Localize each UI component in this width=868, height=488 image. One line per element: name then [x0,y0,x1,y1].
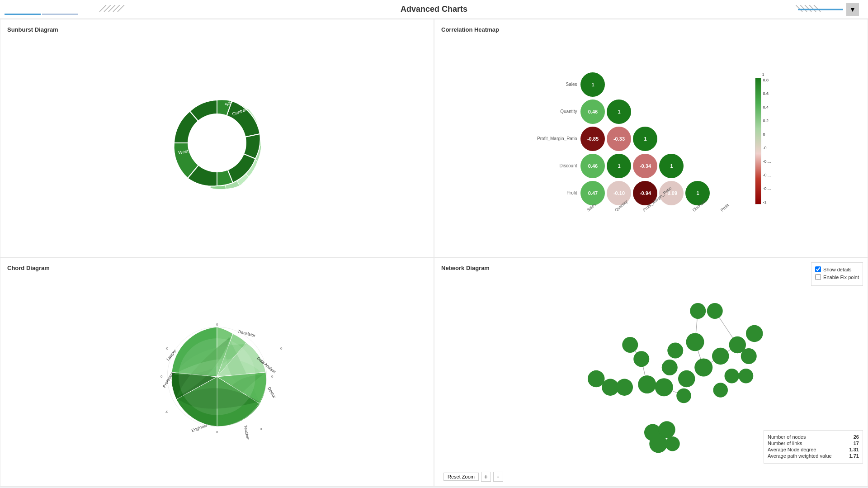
heatmap-panel: Correlation Heatmap Sales 1 Quantity 0.4… [434,19,868,257]
header-tabs [0,0,80,19]
svg-point-62 [667,343,683,359]
row-label-profit: Profit [531,190,580,195]
svg-point-26 [179,338,255,415]
svg-point-79 [713,383,728,398]
cell-quantity-sales[interactable]: 0.46 [580,99,605,124]
stat-nodes-value: 26 [854,434,859,440]
heatmap-content: Sales 1 Quantity 0.46 1 Profit_Margin_Ra… [441,38,861,248]
stat-links-label: Number of links [768,441,802,446]
svg-point-78 [739,369,754,384]
svg-point-61 [633,351,649,367]
network-panel: Network Diagram Show details Enable Fix … [434,257,868,487]
svg-text:East: East [262,142,271,146]
svg-text:0: 0 [280,346,283,351]
svg-point-69 [746,325,763,342]
diagonal-lines-left [99,5,136,14]
stat-degree: Average Node degree 1.31 [768,447,859,452]
svg-text:West: West [261,157,271,164]
svg-point-60 [622,337,638,353]
svg-text:Doctor: Doctor [267,386,277,399]
svg-point-63 [686,333,704,351]
stat-links: Number of links 17 [768,441,859,446]
chord-panel: Chord Diagram [0,257,434,487]
svg-text:South: South [230,190,237,202]
cell-discount-pmr[interactable]: -0.34 [633,154,657,178]
svg-point-83 [665,436,680,451]
legend-max: 1 [762,72,764,77]
stat-path-value: 1.71 [849,453,859,459]
chord-title: Chord Diagram [7,265,427,271]
legend-gradient [755,78,761,204]
sunburst-content: South East West South Central East West … [7,38,427,248]
network-zoom: Reset Zoom + - [443,472,503,482]
svg-point-77 [725,369,740,384]
svg-point-76 [676,389,691,403]
sunburst-panel: Sunburst Diagram [0,19,434,257]
network-stats: Number of nodes 26 Number of links 17 Av… [764,430,863,464]
svg-text:0: 0 [216,322,218,327]
page-header: Advanced Charts ▼ [0,0,868,19]
stat-path: Average path weighted value 1.71 [768,453,859,459]
svg-text:Central: Central [256,171,270,182]
heatmap-grid: Sales 1 Quantity 0.46 1 Profit_Margin_Ra… [531,72,746,213]
cell-discount-quantity[interactable]: 1 [607,154,631,178]
svg-text:South: South [282,107,289,118]
heatmap-row-profit: Profit 0.47 -0.10 -0.94 -0.09 1 [531,181,746,205]
svg-point-75 [655,378,673,396]
svg-text:0: 0 [216,430,218,434]
sunburst-title: Sunburst Diagram [7,26,427,33]
row-label-quantity: Quantity [531,109,580,114]
page-title: Advanced Charts [401,5,467,14]
heatmap-row-discount: Discount 0.46 1 -0.34 1 [531,154,746,178]
svg-text:Engineer: Engineer [191,423,208,433]
svg-point-10 [188,114,246,172]
svg-point-59 [707,303,723,319]
svg-text:0: 0 [160,374,163,379]
chord-chart[interactable]: Translator Data Analyst Doctor Teacher E… [149,309,285,445]
stat-degree-label: Average Node degree [768,447,816,452]
cell-discount-sales[interactable]: 0.46 [580,154,605,178]
legend-labels: 0.8 0.6 0.4 0.2 0 -0.... -0.... -0.... -… [763,78,771,204]
heatmap-title: Correlation Heatmap [441,26,861,33]
stat-links-value: 17 [854,441,859,446]
svg-text:-0: -0 [165,410,169,414]
svg-text:Teacher: Teacher [243,425,250,440]
row-label-sales: Sales [531,82,580,87]
cell-discount-discount[interactable]: 1 [659,154,684,178]
heatmap-row-sales: Sales 1 [531,72,746,97]
stat-degree-value: 1.31 [849,447,859,452]
chord-content: Translator Data Analyst Doctor Teacher E… [7,276,427,477]
heatmap-row-pmr: Profit_Margin_Ratio -0.85 -0.33 1 [531,127,746,151]
stat-nodes: Number of nodes 26 [768,434,859,440]
row-label-pmr: Profit_Margin_Ratio [531,136,580,141]
row-label-discount: Discount [531,163,580,168]
stat-path-label: Average path weighted value [768,453,832,459]
zoom-out-button[interactable]: - [493,472,503,482]
header-dropdown[interactable]: ▼ [846,3,859,16]
svg-text:Central: Central [262,126,276,131]
reset-zoom-button[interactable]: Reset Zoom [443,473,479,481]
svg-point-73 [616,379,633,396]
svg-point-66 [694,359,712,377]
network-title: Network Diagram [441,265,861,271]
cell-pmr-pmr[interactable]: 1 [633,127,657,151]
svg-text:0: 0 [271,374,274,379]
svg-point-64 [662,360,678,375]
stat-nodes-label: Number of nodes [768,434,806,440]
cell-quantity-quantity[interactable]: 1 [607,99,631,124]
svg-text:0: 0 [260,427,262,431]
heatmap-legend: 1 0.8 0.6 0.4 0.2 0 -0.... -0.... -0.... [755,72,771,213]
svg-point-67 [712,348,729,365]
dropdown-button[interactable]: ▼ [846,3,859,16]
main-grid: Sunburst Diagram [0,19,868,487]
cell-sales-sales[interactable]: 1 [580,72,605,97]
svg-point-71 [588,370,605,388]
sunburst-chart[interactable]: South East West South Central East West … [145,71,289,215]
cell-pmr-sales[interactable]: -0.85 [580,127,605,151]
cell-pmr-quantity[interactable]: -0.33 [607,127,631,151]
svg-point-74 [638,375,656,393]
svg-text:South: South [257,110,269,117]
zoom-in-button[interactable]: + [481,472,491,482]
svg-point-65 [678,370,695,388]
svg-text:-0: -0 [165,346,169,351]
